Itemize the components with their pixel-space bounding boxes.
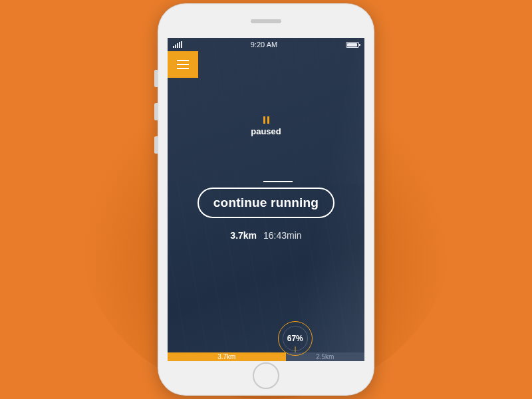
main-action-block: continue running 3.7km16:43min: [168, 181, 364, 241]
status-bar: 9:20 AM: [168, 38, 364, 51]
hamburger-icon: [177, 60, 189, 61]
progress-area: 67% 3.7km 2.5km: [168, 352, 364, 361]
paused-label: paused: [168, 126, 364, 136]
progress-tick: [295, 346, 295, 352]
continue-running-button[interactable]: continue running: [198, 188, 334, 218]
run-stats: 3.7km16:43min: [168, 230, 364, 241]
phone-side-button: [154, 70, 158, 87]
battery-icon: [346, 42, 359, 48]
progress-percent: 67%: [287, 334, 303, 343]
paused-status: paused: [168, 114, 364, 136]
pause-icon: [263, 116, 269, 124]
signal-icon: [173, 41, 182, 48]
progress-bar[interactable]: 3.7km 2.5km: [168, 352, 364, 361]
accent-line: [263, 181, 293, 182]
status-time: 9:20 AM: [251, 41, 277, 49]
distance-value: 3.7km: [230, 230, 257, 241]
duration-value: 16:43min: [263, 230, 302, 241]
phone-side-button: [154, 136, 158, 154]
app-screen: 9:20 AM paused continue running 3.7km16:…: [168, 38, 364, 361]
menu-button[interactable]: [168, 51, 198, 78]
progress-done-segment: 3.7km: [168, 352, 286, 361]
phone-side-button: [154, 103, 158, 120]
phone-frame: 9:20 AM paused continue running 3.7km16:…: [158, 3, 374, 396]
